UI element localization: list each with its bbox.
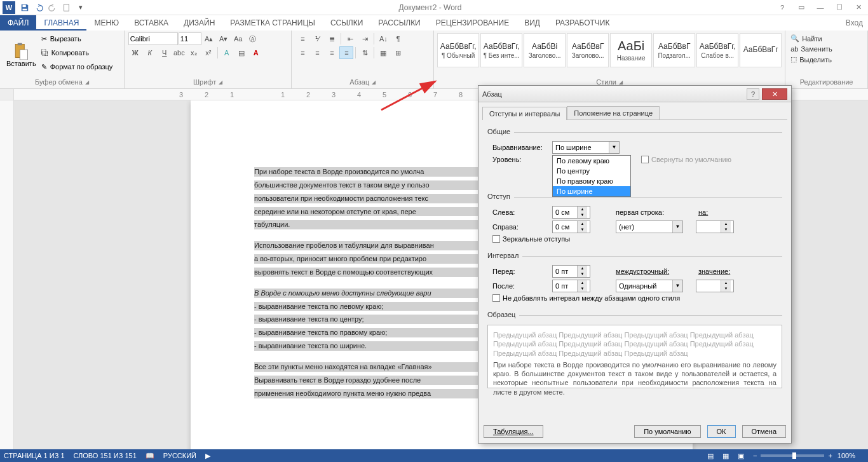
view-print-icon[interactable]: ▤ (707, 452, 714, 460)
align-right-icon[interactable]: ≡ (325, 46, 339, 59)
style-item[interactable]: АаБбВвГЗаголово... (567, 33, 609, 67)
shrink-font-icon[interactable]: A▾ (217, 32, 231, 45)
tab-developer[interactable]: РАЗРАБОТЧИК (548, 15, 618, 31)
borders-icon[interactable]: ⊞ (391, 46, 405, 59)
status-words[interactable]: СЛОВО 151 ИЗ 151 (74, 452, 137, 459)
multilevel-icon[interactable]: ≣ (325, 32, 339, 45)
clipboard-launcher-icon[interactable]: ◢ (85, 79, 89, 85)
font-color-icon[interactable]: A (249, 46, 263, 59)
zoom-in-icon[interactable]: + (828, 452, 832, 459)
minimize-icon[interactable]: — (811, 1, 830, 15)
login-link[interactable]: Вход (846, 18, 868, 27)
sort-icon[interactable]: A↓ (376, 32, 390, 45)
vertical-ruler[interactable] (0, 100, 14, 449)
before-spinner[interactable]: ▲▼ (552, 265, 590, 278)
ribbon-options-icon[interactable]: ▭ (792, 1, 811, 15)
align-option-left[interactable]: По левому краю (553, 156, 630, 166)
dec-indent-icon[interactable]: ⇤ (343, 32, 357, 45)
line-spacing-icon[interactable]: ⇅ (358, 46, 372, 59)
tab-view[interactable]: ВИД (517, 15, 548, 31)
style-item[interactable]: АаБбВвГг,¶ Обычный (437, 33, 479, 67)
bullets-icon[interactable]: ≡ (295, 32, 309, 45)
grow-font-icon[interactable]: A▴ (202, 32, 216, 45)
dialog-tab-indents[interactable]: Отступы и интервалы (482, 107, 567, 120)
font-size-combo[interactable] (179, 32, 201, 45)
first-line-combo[interactable]: ▼ (616, 221, 683, 233)
align-left-icon[interactable]: ≡ (295, 46, 309, 59)
maximize-icon[interactable]: ☐ (830, 1, 849, 15)
style-item[interactable]: АаБбВіЗаголово... (524, 33, 566, 67)
tab-references[interactable]: ССЫЛКИ (323, 15, 370, 31)
superscript-icon[interactable]: x² (201, 46, 215, 59)
dialog-titlebar[interactable]: Абзац ? ✕ (478, 86, 791, 102)
shading-icon[interactable]: ▦ (376, 46, 390, 59)
tab-insert[interactable]: ВСТАВКА (126, 15, 176, 31)
align-option-justify[interactable]: По ширине (553, 186, 630, 196)
font-launcher-icon[interactable]: ◢ (219, 79, 222, 85)
default-button[interactable]: По умолчанию (634, 425, 700, 438)
font-family-combo[interactable] (128, 32, 178, 45)
qat-redo-icon[interactable] (46, 1, 60, 15)
qat-new-icon[interactable] (60, 1, 74, 15)
numbering-icon[interactable]: ⅟ (310, 32, 324, 45)
tab-file[interactable]: ФАЙЛ (0, 15, 36, 31)
view-read-icon[interactable]: ▦ (722, 452, 729, 460)
style-item[interactable]: АаБіНазвание (610, 33, 652, 67)
status-page[interactable]: СТРАНИЦА 1 ИЗ 1 (4, 452, 65, 459)
tab-design[interactable]: ДИЗАЙН (176, 15, 222, 31)
strike-icon[interactable]: abc (172, 46, 186, 59)
tab-mailings[interactable]: РАССЫЛКИ (370, 15, 428, 31)
view-web-icon[interactable]: ▣ (738, 452, 744, 460)
help-icon[interactable]: ? (773, 1, 792, 15)
no-space-checkbox[interactable] (492, 294, 500, 302)
qat-save-icon[interactable] (18, 1, 32, 15)
change-case-icon[interactable]: Aa (231, 32, 245, 45)
alignment-combo[interactable]: ▼ (552, 141, 620, 154)
zoom-slider[interactable] (761, 454, 824, 457)
tab-menu[interactable]: Меню (86, 15, 126, 31)
qat-more-icon[interactable]: ▾ (74, 1, 88, 15)
first-line-value-spinner[interactable]: ▲▼ (696, 221, 734, 233)
after-spinner[interactable]: ▲▼ (552, 280, 590, 292)
style-item[interactable]: АаБбВвГг,¶ Без инте... (480, 33, 522, 67)
cut-button[interactable]: ✂ Вырезать (40, 32, 114, 46)
text-effects-icon[interactable]: A (220, 46, 234, 59)
chevron-down-icon[interactable]: ▼ (609, 142, 619, 153)
tab-layout[interactable]: РАЗМЕТКА СТРАНИЦЫ (222, 15, 323, 31)
zoom-percent[interactable]: 100% (837, 452, 855, 459)
dialog-help-icon[interactable]: ? (747, 88, 759, 100)
align-justify-icon[interactable]: ≡ (339, 46, 353, 59)
style-item[interactable]: АаБбВвГг,Слабое в... (696, 33, 738, 67)
zoom-out-icon[interactable]: − (753, 452, 757, 459)
style-item[interactable]: АаБбВвГПодзагол... (653, 33, 695, 67)
close-icon[interactable]: ✕ (849, 1, 868, 15)
mirror-checkbox[interactable] (492, 235, 500, 243)
replace-button[interactable]: abЗаменить (790, 44, 832, 54)
paragraph-launcher-icon[interactable]: ◢ (372, 79, 376, 85)
ok-button[interactable]: ОК (707, 425, 736, 438)
tab-review[interactable]: РЕЦЕНЗИРОВАНИЕ (428, 15, 517, 31)
paste-button[interactable]: Вставить (3, 32, 40, 77)
format-painter-button[interactable]: ✎ Формат по образцу (40, 60, 114, 74)
line-spacing-combo[interactable]: ▼ (616, 280, 683, 292)
style-item[interactable]: АаБбВвГг (740, 33, 782, 67)
status-macro-icon[interactable]: ▶ (205, 452, 210, 460)
underline-icon[interactable]: Ч (158, 46, 172, 59)
styles-launcher-icon[interactable]: ◢ (619, 79, 623, 85)
dialog-tab-position[interactable]: Положение на странице (567, 106, 660, 119)
copy-button[interactable]: ⿻ Копировать (40, 46, 114, 60)
line-spacing-value-spinner[interactable]: ▲▼ (696, 280, 734, 292)
tabs-button[interactable]: Табуляция... (484, 425, 543, 438)
subscript-icon[interactable]: x₂ (187, 46, 201, 59)
select-button[interactable]: ⬚Выделить (790, 54, 832, 65)
cancel-button[interactable]: Отмена (742, 425, 786, 438)
inc-indent-icon[interactable]: ⇥ (358, 32, 372, 45)
align-center-icon[interactable]: ≡ (310, 46, 324, 59)
dialog-close-icon[interactable]: ✕ (762, 88, 787, 100)
italic-icon[interactable]: К (143, 46, 157, 59)
clear-format-icon[interactable]: Ⓐ (246, 32, 260, 45)
tab-home[interactable]: ГЛАВНАЯ (36, 15, 86, 31)
highlight-icon[interactable]: ▤ (234, 46, 248, 59)
find-button[interactable]: 🔍Найти (790, 33, 832, 44)
align-option-right[interactable]: По правому краю (553, 176, 630, 186)
